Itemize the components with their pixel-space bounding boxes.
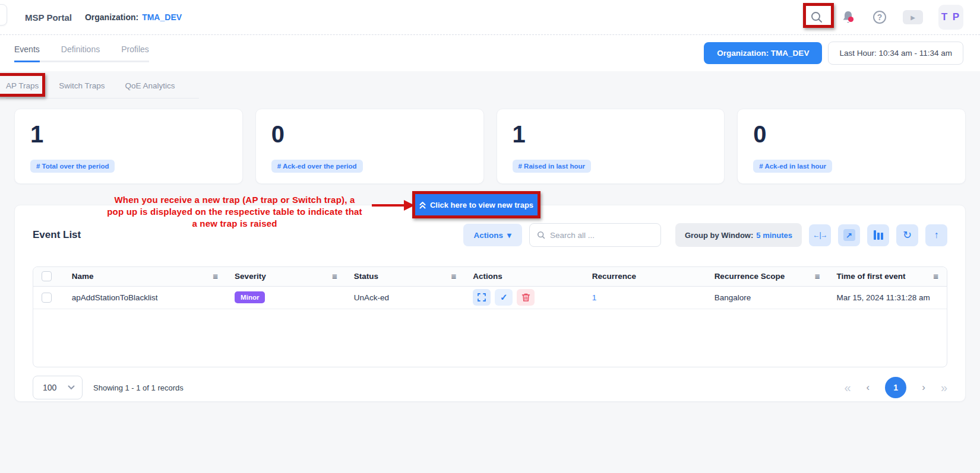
table-header-row: Name≡ Severity≡ Status≡ Actions Recurren… [33,267,947,286]
time-range-selector[interactable]: Last Hour: 10:34 am - 11:34 am [828,42,963,65]
stat-cards: 1 # Total over the period 0 # Ack-ed ove… [14,109,966,184]
main-tabs: Events Definitions Profiles [14,45,149,62]
avatar[interactable]: T P [938,5,963,30]
double-chevron-up-icon [419,201,426,209]
view-new-traps-label: Click here to view new traps [430,201,533,209]
open-external-icon[interactable]: ↗ [838,224,860,246]
page-size-value: 100 [43,383,56,392]
showing-records-text: Showing 1 - 1 of 1 records [93,383,184,392]
annotation-box-ap-traps [0,73,45,97]
table-footer: 100 Showing 1 - 1 of 1 records « ‹ 1 › » [33,376,947,399]
col-name: Name [72,272,94,281]
page-size-select[interactable]: 100 [33,376,83,399]
columns-icon[interactable] [867,224,889,246]
severity-badge: Minor [235,291,265,303]
tab-profiles[interactable]: Profiles [121,45,149,54]
search-all-input[interactable] [550,231,653,240]
column-menu-icon[interactable]: ≡ [815,271,820,281]
expand-icon[interactable] [473,289,491,306]
actions-label: Actions [474,231,504,240]
delete-trash-icon[interactable] [517,289,535,306]
annotation-line: pop up is displayed on the respective ta… [88,206,381,218]
search-input-icon [537,230,545,240]
subtab-switch-traps[interactable]: Switch Traps [59,81,105,90]
next-page-icon[interactable]: › [922,382,925,393]
notification-bell-icon[interactable] [840,9,856,25]
nav-row: Events Definitions Profiles Organization… [0,34,980,71]
stat-card-raised-hour: 1 # Raised in last hour [497,109,725,184]
tab-events[interactable]: Events [14,45,40,54]
annotation-line: When you receive a new trap (AP trap or … [88,194,381,206]
question-glyph: ? [873,11,886,24]
pagination: « ‹ 1 › » [844,377,947,398]
chevron-down-icon [68,385,75,390]
stat-value: 1 [30,121,227,147]
last-page-icon[interactable]: » [941,381,947,395]
play-icon[interactable]: ▶ [903,10,923,24]
current-page-button[interactable]: 1 [885,377,906,398]
annotation-text: When you receive a new trap (AP trap or … [88,194,381,230]
caret-down-icon: ▾ [507,230,511,240]
refresh-icon[interactable]: ↻ [896,224,918,246]
event-table-wrap: Name≡ Severity≡ Status≡ Actions Recurren… [33,266,947,367]
external-glyph: ↗ [843,229,855,241]
subtabs-row: AP Traps Switch Traps QoE Analytics [0,75,980,99]
cell-time-first-event: Mar 15, 2024 11:31:28 am [828,286,947,309]
col-recurrence: Recurrence [592,272,636,281]
app-title: MSP Portal [25,12,72,23]
column-menu-icon[interactable]: ≡ [332,271,337,281]
stat-value: 0 [753,121,950,147]
stat-label-badge: # Ack-ed in last hour [753,160,832,173]
col-time-first-event: Time of first event [836,272,905,281]
tab-definitions[interactable]: Definitions [61,45,100,54]
export-icon[interactable]: ↑ [925,224,947,246]
annotation-line: a new trap is raised [88,218,381,230]
row-checkbox[interactable] [42,293,52,303]
col-actions: Actions [473,272,502,281]
columns-glyph [874,230,883,240]
sidebar-toggle[interactable] [0,4,7,26]
stat-label-badge: # Raised in last hour [513,160,591,173]
column-menu-icon[interactable]: ≡ [933,271,938,281]
org-value-link[interactable]: TMA_DEV [142,12,182,22]
stat-label-badge: # Total over the period [30,160,115,173]
annotation-box-bell [803,3,834,28]
cell-status: UnAck-ed [346,286,465,309]
org-label: Organization: [85,12,138,22]
col-recurrence-scope: Recurrence Scope [715,272,785,281]
resize-columns-icon[interactable]: ←|→ [809,224,831,246]
col-status: Status [354,272,378,281]
annotation-box-new-traps: Click here to view new traps [412,191,540,218]
stat-card-acked-hour: 0 # Ack-ed in last hour [737,109,966,184]
subtab-qoe-analytics[interactable]: QoE Analytics [125,81,175,90]
group-by-window[interactable]: Group by Window: 5 minutes [675,223,802,247]
organization-button[interactable]: Organization: TMA_DEV [704,42,822,64]
recurrence-link[interactable]: 1 [592,293,597,302]
col-severity: Severity [235,272,266,281]
column-menu-icon[interactable]: ≡ [451,271,456,281]
event-list-title: Event List [33,229,81,241]
stat-card-total: 1 # Total over the period [14,109,243,184]
group-by-value: 5 minutes [756,231,792,240]
stat-card-acked-period: 0 # Ack-ed over the period [255,109,484,184]
stat-value: 0 [271,121,468,147]
column-menu-icon[interactable]: ≡ [213,271,218,281]
first-page-icon[interactable]: « [844,381,851,395]
row-actions: ✓ [473,289,576,306]
stat-label-badge: # Ack-ed over the period [271,160,363,173]
cell-recurrence-scope: Bangalore [706,286,829,309]
org-inline: Organization:TMA_DEV [85,12,182,22]
acknowledge-check-icon[interactable]: ✓ [495,289,513,306]
actions-dropdown-button[interactable]: Actions ▾ [463,224,522,246]
cell-name: apAddStationToBlacklist [64,286,226,309]
prev-page-icon[interactable]: ‹ [867,382,870,393]
view-new-traps-button[interactable]: Click here to view new traps [415,194,538,215]
table-row: apAddStationToBlacklist Minor UnAck-ed ✓ [33,286,947,309]
event-list-card: Event List Actions ▾ Group by Window: 5 … [14,205,966,402]
select-all-checkbox[interactable] [42,271,52,281]
toolbar-right: Actions ▾ Group by Window: 5 minutes ←|→… [463,223,947,247]
event-table: Name≡ Severity≡ Status≡ Actions Recurren… [33,267,947,309]
help-icon[interactable]: ? [872,9,887,25]
nav-right-controls: Organization: TMA_DEV Last Hour: 10:34 a… [704,42,963,65]
group-by-label: Group by Window: [685,231,753,240]
